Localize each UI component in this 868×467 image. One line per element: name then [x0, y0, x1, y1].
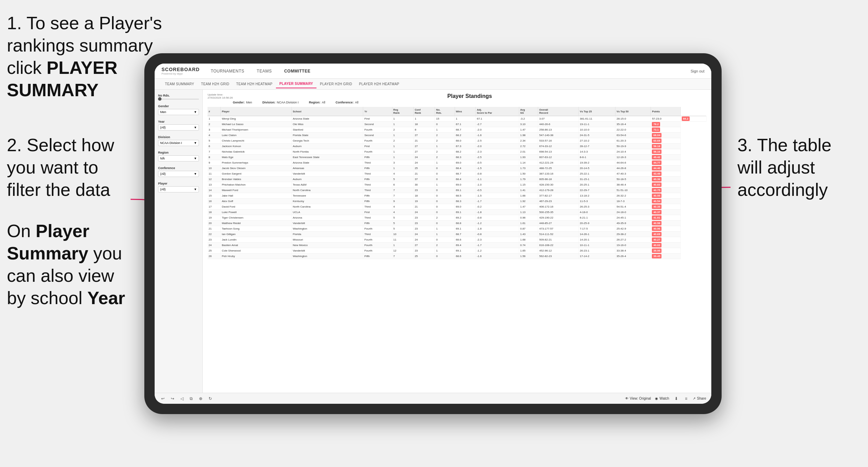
- watch-label: Watch: [659, 397, 669, 400]
- table-row: 24Bastien AmatNew MexicoFourth127269.4-1…: [208, 243, 706, 248]
- sign-out-link[interactable]: Sign out: [691, 69, 704, 73]
- logo-sub: Powered by dippi: [162, 72, 200, 75]
- view-original-button[interactable]: 👁 View: Original: [625, 397, 651, 400]
- table-row: 20Matthew RiedelVanderbiltFifth523068.8-…: [208, 221, 706, 226]
- col-points: Points: [651, 107, 680, 116]
- sub-nav-team-h2h-grid[interactable]: TEAM H2H GRID: [198, 80, 233, 88]
- share-button[interactable]: ↗ Share: [693, 397, 706, 400]
- title-section: Player Standings Gender: Men Division: N…: [233, 93, 706, 104]
- watch-icon: ◉: [655, 397, 658, 400]
- share-label: Share: [697, 397, 706, 400]
- table-row: 19Tiger ChristensenArizonaThird523269.2-…: [208, 215, 706, 221]
- settings-button[interactable]: ≡: [683, 396, 689, 402]
- refresh-button[interactable]: ↻: [207, 396, 213, 402]
- col-overall: OverallRecord: [538, 107, 579, 116]
- dropdown-arrow-region-icon: ▼: [194, 157, 197, 160]
- dropdown-arrow-division-icon: ▼: [194, 141, 197, 145]
- region-label: Region: [158, 151, 199, 154]
- col-avg-sg: AvgSG: [519, 107, 538, 116]
- update-date: 27/03/2024 16:56:26: [208, 96, 233, 99]
- table-row: 25Cole SherwoodVanderbiltFourth1223169.1…: [208, 248, 706, 254]
- region-filter-value: All: [322, 101, 325, 104]
- gender-filter-label: Gender:: [233, 101, 245, 104]
- tablet-frame: SCOREBOARD Powered by dippi TOURNAMENTS …: [144, 53, 722, 414]
- col-conf-rank: ConfRank: [413, 107, 435, 116]
- app-header: SCOREBOARD Powered by dippi TOURNAMENTS …: [155, 64, 711, 79]
- update-time-label: Update time:: [208, 93, 233, 96]
- col-vs-top50: Vs Top 50: [615, 107, 651, 116]
- logo-text: SCOREBOARD: [162, 67, 200, 72]
- table-row: 13Phichaksn MaichonTexas A&MThird630169.…: [208, 182, 706, 188]
- col-vs-top25: Vs Top 25: [579, 107, 615, 116]
- sub-nav-player-h2h-grid[interactable]: PLAYER H2H GRID: [316, 80, 356, 88]
- no-rds-slider[interactable]: [158, 99, 199, 100]
- download-button[interactable]: ⬇: [673, 396, 679, 402]
- link-button[interactable]: ⊕: [198, 396, 204, 402]
- player-label: Player: [158, 182, 199, 185]
- gender-label: Gender: [158, 104, 199, 108]
- table-header-row: # Player School Yr RegRank ConfRank No.R…: [208, 107, 706, 116]
- table-row: 22Ian GilliganFloridaThird1024168.7-0.81…: [208, 232, 706, 237]
- sub-nav-team-h2h-heatmap[interactable]: TEAM H2H HEATMAP: [233, 80, 276, 88]
- bottom-toolbar: ↩ ↪ ◁ ⧉ ⊕ ↻ 👁 View: Original ◉ Watch ⬇ ≡…: [155, 393, 711, 404]
- conference-section: Conference (All) ▼: [158, 166, 199, 177]
- dropdown-arrow-icon: ▼: [194, 110, 197, 114]
- table-row: 18Luke PowellUCLAFirst424069.1-1.81.1350…: [208, 210, 706, 215]
- table-row: 14Maxwell FordNorth CarolinaThird723069.…: [208, 188, 706, 193]
- region-section: Region N/k ▼: [158, 151, 199, 162]
- dropdown-arrow-player-icon: ▼: [194, 188, 197, 191]
- region-select[interactable]: N/k ▼: [158, 155, 199, 162]
- copy-button[interactable]: ⧉: [188, 396, 194, 402]
- col-yr: Yr: [363, 107, 392, 116]
- division-select[interactable]: NCAA Division I ▼: [158, 140, 199, 146]
- table-row: 8Mats EgeEast Tennessee StateFifth124268…: [208, 155, 706, 160]
- nav-committee[interactable]: COMMITTEE: [281, 67, 313, 75]
- table-row: 1Wenyi DingArizona StateFirst1115167.1-3…: [208, 116, 706, 122]
- player-section: Player (All) ▼: [158, 182, 199, 192]
- toolbar-right: 👁 View: Original ◉ Watch ⬇ ≡ ↗ Share: [625, 396, 706, 402]
- main-content: No Rds. Gender Men ▼ Year: [155, 90, 711, 393]
- no-rds-section: No Rds.: [158, 94, 199, 100]
- table-row: 4Luke ClatonFlorida StateSecond127268.2-…: [208, 133, 706, 138]
- table-row: 15Jake HallTennesseeFifth718068.5-1.51.6…: [208, 193, 706, 199]
- eye-icon: 👁: [625, 397, 628, 400]
- share-icon: ↗: [693, 397, 695, 400]
- sub-nav-player-summary[interactable]: PLAYER SUMMARY: [276, 80, 316, 88]
- logo-area: SCOREBOARD Powered by dippi: [162, 67, 200, 75]
- col-adj-score: Adj.Score to Par: [476, 107, 519, 116]
- player-standings-table: # Player School Yr RegRank ConfRank No.R…: [208, 107, 706, 259]
- division-section: Division NCAA Division I ▼: [158, 135, 199, 146]
- nav-teams[interactable]: TEAMS: [254, 67, 275, 75]
- table-area: Update time: 27/03/2024 16:56:26 Player …: [203, 90, 711, 393]
- region-filter-label: Region:: [309, 101, 321, 104]
- dropdown-arrow-year-icon: ▼: [194, 126, 197, 129]
- table-row: 7Nicholas GabrelcikNorth FloridaFourth12…: [208, 149, 706, 155]
- conference-select[interactable]: (All) ▼: [158, 171, 199, 177]
- instruction-step2: 2. Select how you want to filter the dat…: [7, 134, 131, 201]
- nav-tournaments[interactable]: TOURNAMENTS: [208, 67, 247, 75]
- division-filter-label: Division:: [262, 101, 275, 104]
- conference-filter-value: All: [355, 101, 358, 104]
- filter-row: Gender: Men Division: NCAA Division I Re…: [233, 101, 706, 104]
- table-row: 6Jackson KoivunAuburnFirst127167.3-2.02.…: [208, 144, 706, 149]
- division-label: Division: [158, 135, 199, 139]
- gender-filter-value: Men: [246, 101, 252, 104]
- table-header-section: Update time: 27/03/2024 16:56:26 Player …: [208, 93, 706, 104]
- filter-panel: No Rds. Gender Men ▼ Year: [155, 90, 203, 393]
- gender-select[interactable]: Men ▼: [158, 109, 199, 115]
- col-no-rds: No.Rds.: [435, 107, 455, 116]
- redo-button[interactable]: ↪: [169, 396, 176, 402]
- sub-nav-player-h2h-heatmap[interactable]: PLAYER H2H HEATMAP: [356, 80, 403, 88]
- view-original-label: View: Original: [630, 397, 651, 400]
- year-select[interactable]: (All) ▼: [158, 124, 199, 131]
- nav-right: Sign out: [691, 69, 704, 73]
- undo-button[interactable]: ↩: [160, 396, 166, 402]
- watch-button[interactable]: ◉ Watch: [655, 397, 669, 400]
- back-button[interactable]: ◁: [179, 396, 185, 402]
- update-time-section: Update time: 27/03/2024 16:56:26: [208, 93, 233, 99]
- sub-nav-team-summary[interactable]: TEAM SUMMARY: [162, 80, 198, 88]
- table-row: 9Preston SummerhaysArizona StateThird324…: [208, 160, 706, 166]
- table-row: 26Petr HrubyWashingtonFifth725068.6-1.61…: [208, 254, 706, 259]
- player-select[interactable]: (All) ▼: [158, 186, 199, 192]
- table-row: 17David FordNorth CarolinaThird421069.0-…: [208, 204, 706, 210]
